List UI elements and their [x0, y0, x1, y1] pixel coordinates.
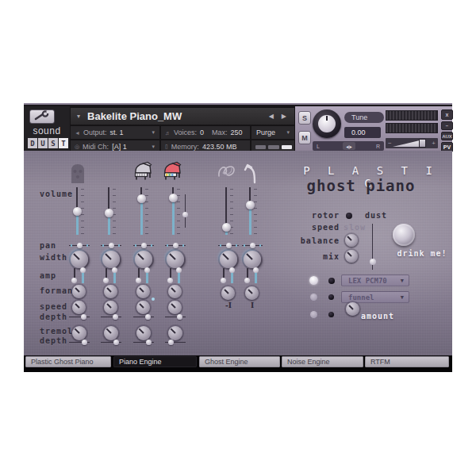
preset-prev-icon[interactable]: ◀ — [269, 113, 274, 120]
formant-knob[interactable] — [136, 285, 150, 298]
fx2-caret-icon[interactable]: ▼ — [401, 294, 404, 301]
midi-caret-icon[interactable]: ▾ — [152, 144, 155, 150]
tremolo-depth-slider[interactable] — [165, 340, 186, 346]
pan-left-label: L — [317, 144, 320, 149]
width-knob[interactable] — [135, 251, 152, 268]
speed-knob[interactable] — [136, 301, 150, 314]
depth-slider[interactable] — [69, 314, 90, 321]
speed-knob[interactable] — [72, 301, 86, 314]
tune-knob[interactable] — [313, 109, 341, 138]
purge-menu[interactable]: Purge ▾ — [251, 126, 294, 139]
volume-fader[interactable] — [244, 187, 256, 235]
pan-mini-slider[interactable] — [218, 242, 239, 249]
amp-envelope-sliders[interactable] — [136, 268, 152, 284]
amp-envelope-sliders[interactable] — [71, 268, 87, 284]
volume-handle[interactable] — [419, 139, 426, 148]
fx3-led[interactable] — [310, 311, 317, 318]
tab-noise-engine[interactable]: Noise Engine — [282, 356, 363, 367]
meter-pill — [255, 145, 266, 149]
fx2-dot[interactable] — [328, 294, 334, 300]
volume-fader[interactable] — [167, 187, 179, 235]
pan-slider[interactable]: L ◂|▸ R — [313, 141, 384, 151]
tremolo-knob[interactable] — [104, 326, 118, 340]
minimize-button[interactable]: − — [441, 121, 453, 130]
amp-envelope-sliders[interactable] — [221, 268, 236, 284]
tremolo-knob[interactable] — [168, 326, 182, 340]
rotor-speed-value[interactable]: slow — [344, 223, 366, 232]
tab-piano-engine[interactable]: Piano Engine — [113, 356, 197, 367]
depth-slider[interactable] — [165, 314, 186, 321]
mix-knob[interactable] — [345, 250, 358, 263]
output-caret-icon[interactable]: ▾ — [152, 129, 155, 136]
fx3-dot[interactable] — [328, 312, 334, 317]
fx2-select[interactable]: funnel ▼ — [341, 291, 409, 303]
formant-knob[interactable] — [168, 285, 182, 298]
formant-knob[interactable] — [72, 285, 86, 298]
brand-tile-s: S — [48, 138, 58, 148]
output-select[interactable]: ◄ Output: st. 1 ▾ — [71, 126, 159, 139]
depth-slider[interactable] — [101, 314, 121, 321]
pan-mini-slider[interactable] — [101, 242, 121, 249]
volume-fader[interactable] — [71, 187, 83, 235]
mute-button[interactable]: M — [298, 131, 311, 144]
pan-handle[interactable]: ◂|▸ — [343, 142, 355, 150]
tab-plastic-ghost-piano[interactable]: Plastic Ghost Piano — [25, 356, 111, 367]
pan-mini-slider[interactable] — [133, 242, 154, 249]
amp-envelope-sliders[interactable] — [167, 268, 183, 284]
header-channel-strip: S M Tune 0.00 L ◂|▸ R − + x — [295, 106, 452, 152]
preset-dropdown-icon[interactable]: ▾ — [77, 113, 80, 120]
preset-title-bar[interactable]: ▾ Bakelite Piano_MW ◀ ▶ — [71, 108, 294, 125]
volume-fader[interactable] — [102, 187, 115, 235]
width-knob[interactable] — [102, 251, 120, 268]
volume-fader[interactable] — [135, 187, 148, 235]
aux-button[interactable]: AUX — [441, 132, 453, 140]
volume-fader[interactable] — [220, 187, 232, 235]
tremolo-depth-slider[interactable] — [133, 340, 154, 346]
tab-ghost-engine[interactable]: Ghost Engine — [199, 356, 280, 367]
amp-envelope-sliders[interactable] — [244, 268, 260, 284]
bus-knob[interactable] — [245, 286, 259, 300]
amount-knob[interactable] — [346, 302, 359, 316]
max-value[interactable]: 250 — [231, 129, 243, 136]
level-meter-right — [386, 123, 438, 133]
preset-next-icon[interactable]: ▶ — [282, 113, 286, 120]
pan-mini-slider[interactable] — [242, 242, 263, 249]
fx1-caret-icon[interactable]: ▼ — [401, 278, 404, 284]
pan-mini-slider[interactable] — [165, 242, 186, 249]
width-knob[interactable] — [167, 251, 184, 268]
voices-icon: ♬ — [165, 130, 171, 136]
bus-knob[interactable] — [221, 286, 235, 300]
fx1-select[interactable]: LEX PCM70 ▼ — [341, 274, 409, 286]
purge-caret-icon[interactable]: ▾ — [286, 129, 290, 136]
amp-envelope-sliders[interactable] — [103, 268, 119, 284]
width-knob[interactable] — [71, 251, 88, 268]
fx2-led[interactable] — [310, 294, 317, 301]
drink-me-knob[interactable] — [393, 224, 415, 246]
tremolo-knob[interactable] — [72, 326, 86, 340]
volume-slider[interactable]: − + — [386, 138, 438, 148]
solo-button[interactable]: S — [298, 111, 311, 125]
bus-column-left: -I — [215, 151, 242, 355]
tremolo-depth-slider[interactable] — [69, 340, 90, 346]
aux-mini-fader[interactable] — [182, 194, 189, 228]
tremolo-depth-slider[interactable] — [101, 340, 121, 346]
close-button[interactable]: x — [441, 109, 453, 120]
tab-rtfm[interactable]: RTFM — [365, 356, 449, 367]
dust-slider[interactable] — [370, 224, 376, 270]
tremolo-knob[interactable] — [136, 326, 151, 340]
depth-slider[interactable] — [133, 314, 154, 321]
rotor-led[interactable] — [346, 213, 352, 219]
balance-knob[interactable] — [345, 234, 358, 247]
speed-knob[interactable] — [168, 301, 182, 314]
width-knob[interactable] — [220, 251, 237, 268]
fx1-dot[interactable] — [328, 278, 335, 284]
width-knob[interactable] — [244, 251, 261, 268]
edit-wrench-button[interactable] — [29, 109, 55, 124]
pan-mini-slider[interactable] — [69, 242, 90, 249]
formant-knob[interactable] — [104, 285, 117, 298]
speed-knob[interactable] — [104, 301, 117, 314]
balance-label: balance — [292, 236, 340, 245]
fx1-led[interactable] — [309, 276, 318, 285]
tune-value[interactable]: 0.00 — [344, 127, 381, 138]
output-value: st. 1 — [109, 129, 123, 136]
